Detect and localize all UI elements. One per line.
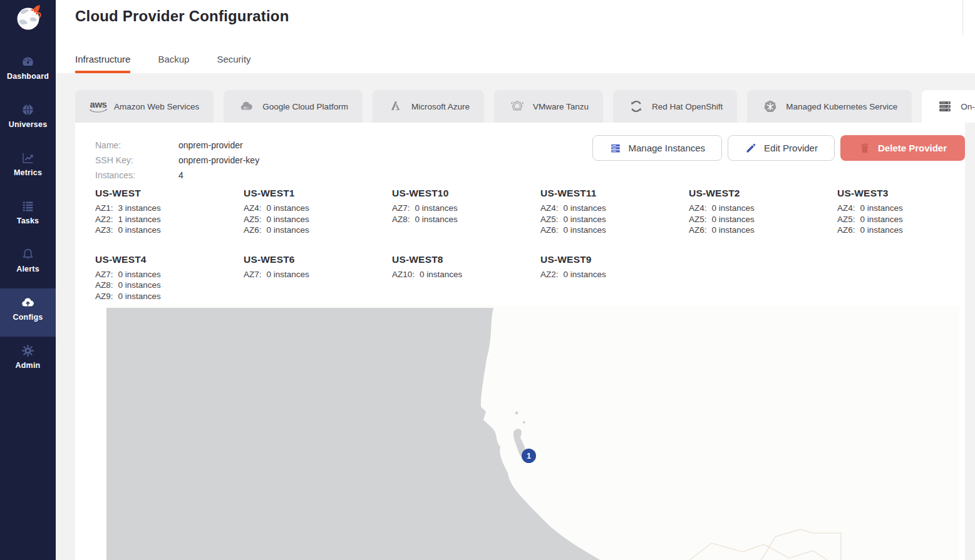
sidebar-item-admin[interactable]: Admin — [0, 337, 56, 385]
provider-tab-vmware-tanzu[interactable]: VMware Tanzu — [494, 90, 603, 123]
az-list: AZ1:3 instancesAZ2:1 instancesAZ3:0 inst… — [95, 203, 244, 236]
az-row: AZ6:0 instances — [689, 225, 837, 236]
sidebar-item-label: Tasks — [0, 216, 56, 225]
provider-tab-label: Microsoft Azure — [411, 102, 470, 111]
tanzu-icon — [508, 99, 526, 114]
az-zone: AZ5: — [540, 214, 559, 225]
tab-backup[interactable]: Backup — [158, 54, 189, 73]
provider-tab-on-premises-datacenters[interactable]: On-Premises Datacenters — [922, 90, 975, 123]
provider-tabs: aws Amazon Web Services Google Cloud Pla… — [75, 90, 975, 123]
tab-infrastructure[interactable]: Infrastructure — [75, 54, 130, 73]
region-name: US-WEST3 — [837, 188, 965, 199]
action-button-label: Edit Provider — [764, 143, 818, 153]
info-value: onprem-provider-key — [178, 153, 259, 168]
sidebar-item-tasks[interactable]: Tasks — [0, 192, 56, 240]
app-logo[interactable] — [11, 1, 46, 38]
az-zone: AZ3: — [95, 225, 113, 236]
az-count: 3 instances — [118, 203, 161, 214]
az-zone: AZ5: — [837, 214, 855, 225]
region-name: US-WEST6 — [244, 254, 392, 265]
region-name: US-WEST4 — [95, 254, 244, 265]
region-name: US-WEST11 — [540, 188, 689, 199]
az-count: 0 instances — [564, 225, 606, 236]
region-us-west6: US-WEST6 AZ7:0 instances — [244, 254, 392, 302]
az-count: 0 instances — [415, 203, 458, 214]
region-us-west11: US-WEST11 AZ4:0 instancesAZ5:0 instances… — [540, 188, 689, 236]
az-count: 0 instances — [860, 214, 903, 225]
edit-provider[interactable]: Edit Provider — [728, 135, 835, 161]
az-row: AZ10:0 instances — [392, 269, 540, 280]
az-row: AZ4:0 instances — [244, 203, 392, 214]
sidebar-item-dashboard[interactable]: Dashboard — [0, 48, 56, 96]
main-area: Cloud Provider Configuration Infrastruct… — [56, 0, 975, 560]
az-count: 0 instances — [564, 269, 606, 280]
az-count: 0 instances — [267, 225, 309, 236]
az-count: 0 instances — [564, 214, 606, 225]
az-row: AZ8:0 instances — [392, 214, 540, 225]
sidebar-item-label: Admin — [0, 361, 56, 370]
provider-tab-label: On-Premises Datacenters — [961, 102, 975, 111]
azure-icon — [387, 99, 405, 114]
az-count: 0 instances — [118, 225, 161, 236]
provider-info: Name: onprem-provider SSH Key: onprem-pr… — [95, 138, 259, 183]
gcp-icon — [238, 99, 255, 114]
az-row: AZ2:1 instances — [95, 214, 244, 225]
az-count: 0 instances — [420, 269, 462, 280]
provider-tab-microsoft-azure[interactable]: Microsoft Azure — [373, 90, 484, 123]
az-zone: AZ6: — [689, 225, 707, 236]
info-label: Name: — [95, 138, 178, 153]
az-row: AZ5:0 instances — [540, 214, 689, 225]
region-us-west1: US-WEST1 AZ4:0 instancesAZ5:0 instancesA… — [244, 188, 392, 236]
az-count: 0 instances — [267, 203, 309, 214]
pencil-icon — [745, 142, 757, 155]
sidebar-item-universes[interactable]: Universes — [0, 96, 56, 144]
region-map[interactable]: 1 — [106, 305, 959, 560]
map-marker[interactable]: 1 — [522, 449, 536, 463]
provider-tab-red-hat-openshift[interactable]: Red Hat OpenShift — [613, 90, 737, 123]
az-count: 1 instances — [118, 214, 161, 225]
manage-instances[interactable]: Manage Instances — [592, 135, 723, 161]
content-area: aws Amazon Web Services Google Cloud Pla… — [56, 73, 975, 560]
openshift-icon — [627, 99, 645, 114]
sidebar-item-configs[interactable]: Configs — [0, 288, 56, 337]
az-zone: AZ1: — [95, 203, 113, 214]
az-zone: AZ4: — [244, 203, 262, 214]
info-label: SSH Key: — [95, 153, 178, 168]
az-list: AZ4:0 instancesAZ5:0 instancesAZ6:0 inst… — [540, 203, 689, 236]
az-row: AZ6:0 instances — [837, 225, 965, 236]
az-row: AZ5:0 instances — [689, 214, 837, 225]
sidebar-item-metrics[interactable]: Metrics — [0, 144, 56, 192]
az-zone: AZ10: — [392, 269, 415, 280]
provider-info-row: Name: onprem-provider — [95, 138, 259, 153]
az-zone: AZ7: — [244, 269, 262, 280]
az-count: 0 instances — [712, 214, 755, 225]
scrollbar-track[interactable] — [962, 0, 963, 36]
az-list: AZ7:0 instancesAZ8:0 instances — [392, 203, 540, 225]
sidebar-item-alerts[interactable]: Alerts — [0, 240, 56, 288]
action-button-label: Manage Instances — [629, 143, 706, 153]
az-zone: AZ8: — [95, 280, 113, 291]
region-us-west2: US-WEST2 AZ4:0 instancesAZ5:0 instancesA… — [689, 188, 837, 236]
region-us-west10: US-WEST10 AZ7:0 instancesAZ8:0 instances — [392, 188, 540, 236]
tab-security[interactable]: Security — [217, 54, 250, 73]
sidebar-nav: Dashboard Universes Metrics Tasks Alerts… — [0, 48, 56, 385]
az-count: 0 instances — [118, 269, 161, 280]
az-zone: AZ2: — [95, 214, 113, 225]
az-list: AZ4:0 instancesAZ5:0 instancesAZ6:0 inst… — [837, 203, 965, 236]
gear-icon — [21, 344, 35, 358]
az-row: AZ9:0 instances — [95, 291, 244, 302]
aws-icon: aws — [90, 99, 107, 113]
page-title: Cloud Provider Configuration — [75, 8, 289, 25]
sidebar: Dashboard Universes Metrics Tasks Alerts… — [0, 0, 56, 560]
provider-tab-google-cloud-platform[interactable]: Google Cloud Platform — [224, 90, 363, 123]
az-count: 0 instances — [118, 291, 161, 302]
az-row: AZ7:0 instances — [244, 269, 392, 280]
az-list: AZ4:0 instancesAZ5:0 instancesAZ6:0 inst… — [244, 203, 392, 236]
az-zone: AZ4: — [540, 203, 559, 214]
info-label: Instances: — [95, 168, 178, 183]
delete-provider[interactable]: Delete Provider — [840, 135, 965, 161]
provider-tab-managed-kubernetes-service[interactable]: Managed Kubernetes Service — [747, 90, 912, 123]
provider-tab-amazon-web-services[interactable]: aws Amazon Web Services — [75, 90, 214, 123]
az-count: 0 instances — [415, 214, 458, 225]
az-row: AZ6:0 instances — [540, 225, 689, 236]
